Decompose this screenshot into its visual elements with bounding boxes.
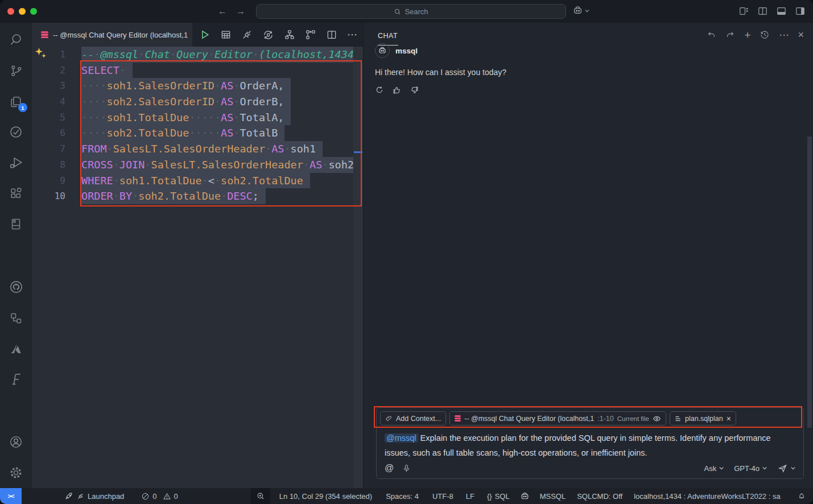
mention-button[interactable]: @: [385, 463, 394, 473]
history-icon[interactable]: [760, 30, 770, 40]
close-window-button[interactable]: [7, 8, 14, 15]
thumbs-down-icon[interactable]: [410, 85, 419, 95]
indentation-status[interactable]: Spaces: 4: [386, 492, 419, 501]
debug-icon: [9, 155, 23, 170]
editor-tab-bar: -- @mssql Chat Query Editor (localhost,1…: [32, 23, 363, 47]
customize-layout-icon[interactable]: [738, 6, 749, 16]
line-number: 8: [32, 157, 65, 173]
chat-panel: CHAT + ⋯ × mssql Hi there! How can: [363, 23, 813, 488]
code-text: SELECT·: [81, 63, 133, 79]
model-select[interactable]: GPT-4o: [734, 464, 767, 473]
eye-icon[interactable]: [653, 415, 661, 422]
toggle-secondary-sidebar-icon[interactable]: [795, 6, 806, 16]
encoding-status[interactable]: UTF-8: [432, 492, 453, 501]
search-placeholder: Search: [405, 7, 428, 16]
code-line: 7FROM·SalesLT.SalesOrderHeader·AS·soh1: [32, 141, 363, 157]
error-count: 0: [152, 492, 156, 501]
sqlcmd-status-item[interactable]: SQLCMD: Off: [577, 492, 622, 501]
check-circle-icon: [9, 125, 23, 139]
sidebar-item-azure[interactable]: [0, 333, 32, 364]
eol-status[interactable]: LF: [466, 492, 474, 501]
code-line: 2SELECT·: [32, 63, 363, 79]
chat-more-actions-icon[interactable]: ⋯: [779, 30, 789, 40]
editor-tab[interactable]: -- @mssql Chat Query Editor (localhost,1: [32, 23, 192, 47]
sidebar-item-search[interactable]: [0, 24, 32, 55]
code-lines: 1--·@mssql·Chat·Query·Editor·(localhost,…: [32, 47, 363, 204]
schema-compare-icon[interactable]: [305, 29, 316, 40]
run-query-button[interactable]: [199, 29, 211, 40]
language-status[interactable]: {} SQL: [487, 492, 510, 501]
line-number: 6: [32, 125, 65, 141]
settings-gear-icon: [9, 465, 23, 480]
notifications-status-item[interactable]: [797, 491, 806, 501]
zoom-status-item[interactable]: [251, 488, 270, 504]
send-button[interactable]: [777, 464, 795, 473]
command-center-search[interactable]: Search: [256, 4, 566, 19]
linked-squares-icon: [9, 311, 23, 325]
line-number: 1: [32, 47, 65, 63]
regenerate-icon[interactable]: [375, 85, 384, 94]
problems-status-item[interactable]: 0 0: [141, 492, 178, 501]
editor-actions: ⋯: [192, 23, 363, 47]
rocket-icon: [64, 491, 74, 501]
change-connection-icon[interactable]: [262, 29, 274, 41]
add-context-chip[interactable]: Add Context...: [380, 411, 446, 425]
toggle-primary-sidebar-icon[interactable]: [757, 6, 768, 16]
sidebar-item-settings[interactable]: [0, 457, 32, 488]
editor-tab-title: -- @mssql Chat Query Editor (localhost,1: [53, 31, 188, 39]
zoom-window-button[interactable]: [30, 8, 37, 15]
chat-scrollbar[interactable]: [807, 137, 812, 428]
code-text: ····soh1.TotalDue·····AS·TotalA,: [81, 110, 291, 126]
braces-icon: {}: [487, 492, 492, 501]
code-line: 6····soh2.TotalDue·····AS·TotalB: [32, 125, 363, 141]
thumbs-up-icon[interactable]: [392, 85, 402, 95]
copilot-icon: [572, 5, 583, 16]
navigate-forward-icon[interactable]: →: [236, 6, 245, 16]
redo-icon[interactable]: [725, 30, 735, 40]
chat-input-text[interactable]: @mssql Explain the execution plan for th…: [377, 425, 803, 460]
copilot-status-item[interactable]: [520, 491, 530, 501]
remote-indicator[interactable]: ><: [0, 488, 22, 504]
disconnect-plug-icon[interactable]: [241, 29, 253, 40]
results-grid-icon[interactable]: [220, 29, 232, 40]
current-file-chip[interactable]: -- @mssql Chat Query Editor (localhost,1…: [449, 411, 666, 425]
minimize-window-button[interactable]: [19, 8, 26, 15]
sidebar-item-github[interactable]: [0, 272, 32, 303]
sidebar-item-source-control[interactable]: [0, 55, 32, 86]
close-chat-icon[interactable]: ×: [798, 30, 804, 40]
plan-file-chip[interactable]: plan.sqlplan ×: [670, 411, 736, 425]
editor-scroll-gutter[interactable]: [353, 47, 363, 488]
line-number: 2: [32, 63, 65, 79]
query-plan-icon[interactable]: [284, 29, 295, 40]
chevron-down-icon: [585, 9, 589, 13]
sidebar-item-fabric[interactable]: [0, 364, 32, 395]
undo-icon[interactable]: [707, 30, 716, 40]
sidebar-item-explorer[interactable]: 1: [0, 86, 32, 117]
error-icon: [141, 492, 150, 501]
launchpad-status-item[interactable]: Launchpad: [64, 491, 124, 501]
cursor-position-status[interactable]: Ln 10, Col 29 (354 selected): [279, 492, 372, 501]
copilot-menu-button[interactable]: [572, 5, 589, 16]
github-icon: [9, 279, 24, 295]
sidebar-item-server[interactable]: [0, 209, 32, 239]
microphone-icon[interactable]: [402, 464, 411, 473]
editor[interactable]: 1--·@mssql·Chat·Query·Editor·(localhost,…: [32, 47, 363, 488]
new-chat-button[interactable]: +: [744, 30, 750, 40]
connection-status-item[interactable]: localhost,1434 : AdventureWorksLT2022 : …: [634, 492, 781, 501]
sidebar-item-check[interactable]: [0, 117, 32, 147]
sidebar-item-run-debug[interactable]: [0, 147, 32, 178]
bell-icon: [797, 491, 806, 501]
toggle-panel-icon[interactable]: [776, 6, 787, 16]
chat-mode-select[interactable]: Ask: [704, 464, 724, 473]
tab-chat[interactable]: CHAT: [377, 24, 398, 46]
copilot-icon: [520, 491, 530, 501]
split-editor-icon[interactable]: [326, 29, 337, 40]
navigate-back-icon[interactable]: ←: [218, 6, 227, 16]
sidebar-item-extensions[interactable]: [0, 178, 32, 209]
sidebar-item-schema[interactable]: [0, 303, 32, 333]
remove-chip-icon[interactable]: ×: [727, 415, 731, 423]
more-actions-icon[interactable]: ⋯: [347, 30, 357, 40]
sidebar-item-account[interactable]: [0, 427, 32, 457]
mssql-status-item[interactable]: MSSQL: [540, 492, 566, 501]
chat-input-box[interactable]: Add Context... -- @mssql Chat Query Edit…: [376, 407, 804, 479]
